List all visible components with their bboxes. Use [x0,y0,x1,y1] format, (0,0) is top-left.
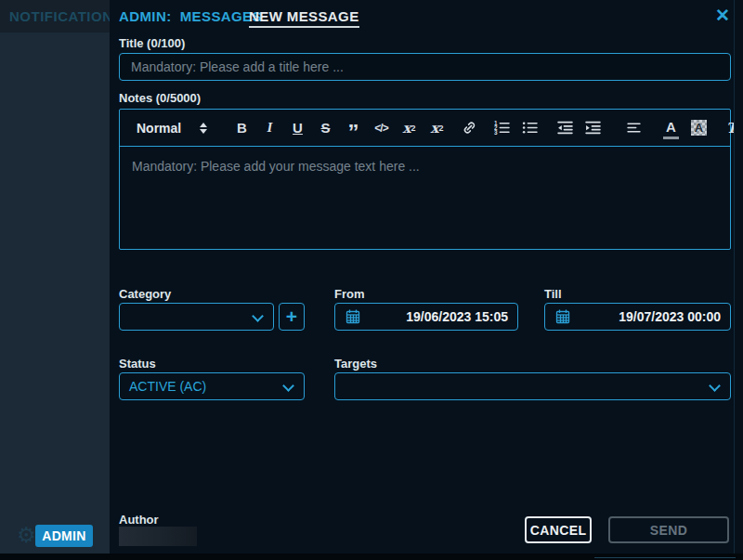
admin-button[interactable]: ADMIN [35,525,93,547]
strikethrough-button[interactable]: S [318,117,333,139]
format-select[interactable]: Normal [137,117,207,139]
bold-button[interactable]: B [234,117,250,139]
from-label: From [334,287,365,301]
notes-textarea[interactable]: Mandatory: Please add your message text … [120,147,730,250]
cancel-button[interactable]: CANCEL [525,516,592,543]
status-label: Status [119,357,156,371]
add-category-button[interactable]: + [279,303,305,331]
status-value: ACTIVE (AC) [129,379,206,394]
text-color-button[interactable]: A [663,117,679,139]
targets-label: Targets [334,357,377,371]
italic-button[interactable]: I [262,117,278,139]
background-color-button[interactable]: A [691,117,707,139]
editor-toolbar: Normal B I U S ” </> x2 x2 123 [120,110,730,147]
new-message-dialog: ADMIN: MESSAGES NEW MESSAGE ✕ Title (0/1… [110,0,734,553]
background-right-edge [734,0,743,553]
bottom-divider-line [594,557,736,558]
chevron-down-icon [282,380,294,392]
ordered-list-icon: 123 [494,120,510,136]
from-date-input[interactable]: 19/06/2023 15:05 [334,303,518,331]
subscript-button[interactable]: x2 [401,117,417,139]
bullet-list-icon [522,120,538,136]
superscript-button[interactable]: x2 [429,117,445,139]
notes-editor: Normal B I U S ” </> x2 x2 123 [119,109,731,250]
indent-button[interactable] [585,117,601,139]
align-button[interactable] [626,117,642,139]
targets-select[interactable] [334,372,731,400]
bullet-list-button[interactable] [522,117,538,139]
till-date-input[interactable]: 19/07/2023 00:00 [544,303,731,331]
tab-new-message[interactable]: NEW MESSAGE [249,8,359,28]
author-value [119,527,197,546]
svg-text:3: 3 [494,129,498,136]
status-select[interactable]: ACTIVE (AC) [119,372,305,400]
code-block-button[interactable]: </> [373,117,389,139]
settings-gear-icon[interactable]: ⚙ [17,523,36,548]
indent-icon [585,120,601,136]
outdent-button[interactable] [557,117,573,139]
updown-arrows-icon [200,123,207,134]
chevron-down-icon [252,310,264,322]
category-label: Category [119,287,171,301]
calendar-icon [554,308,571,325]
format-select-value: Normal [137,121,181,136]
link-icon [462,120,477,136]
calendar-icon [345,308,361,325]
author-label: Author [119,513,159,527]
category-select[interactable] [119,303,274,331]
ordered-list-button[interactable]: 123 [494,117,510,139]
send-button[interactable]: SEND [608,516,729,543]
blockquote-button[interactable]: ” [345,117,361,139]
underline-button[interactable]: U [290,117,306,139]
chevron-down-icon [709,380,721,392]
outdent-icon [557,120,573,136]
from-date-value: 19/06/2023 15:05 [406,309,508,324]
breadcrumb: ADMIN: MESSAGES [119,8,262,24]
link-button[interactable] [462,117,477,139]
title-label: Title (0/100) [119,36,185,50]
align-icon [626,120,642,136]
notes-label: Notes (0/5000) [119,91,201,105]
till-label: Till [544,287,562,301]
close-icon[interactable]: ✕ [715,5,730,26]
title-input[interactable] [119,53,731,81]
background-color-icon: A [691,120,707,136]
notes-placeholder: Mandatory: Please add your message text … [132,159,420,174]
till-date-value: 19/07/2023 00:00 [619,309,721,324]
